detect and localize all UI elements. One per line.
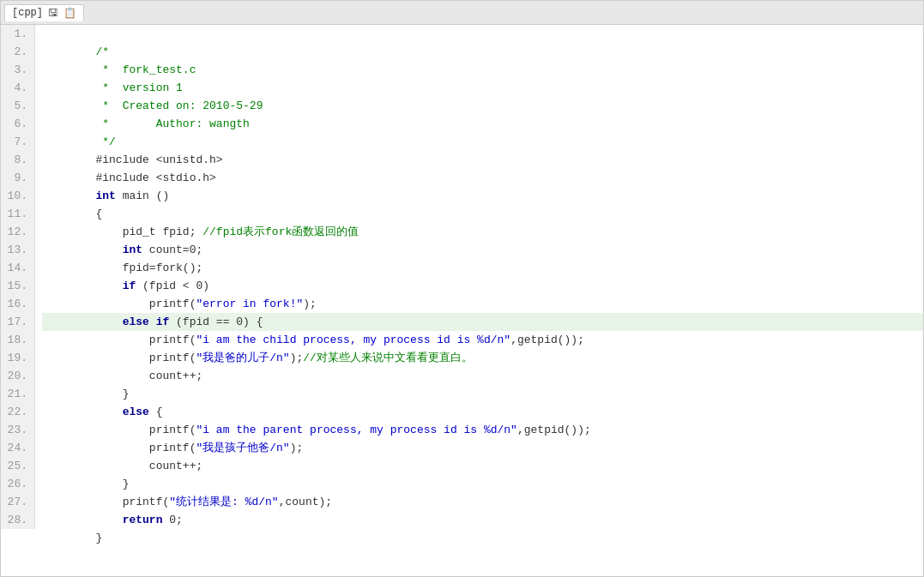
ln-27: 27. [1, 493, 34, 511]
ln-22: 22. [1, 403, 34, 421]
ln-5: 5. [1, 97, 34, 115]
ln-16: 16. [1, 295, 34, 313]
ln-24: 24. [1, 439, 34, 457]
ln-4: 4. [1, 79, 34, 97]
ln-19: 19. [1, 349, 34, 367]
ln-26: 26. [1, 475, 34, 493]
copy-icon[interactable]: 📋 [63, 7, 76, 20]
editor-container: [cpp] 🖫 📋 1. 2. 3. 4. 5. 6. 7. 8. 9. 10.… [0, 0, 924, 577]
code-line-21: else { [42, 385, 923, 403]
code-area: 1. 2. 3. 4. 5. 6. 7. 8. 9. 10. 11. 12. 1… [1, 25, 923, 529]
code-line-26: printf("统计结果是: %d/n",count); [42, 475, 923, 493]
ln-13: 13. [1, 241, 34, 259]
ln-25: 25. [1, 457, 34, 475]
code-line-7: #include <unistd.h> [42, 133, 923, 151]
code-line-10: { [42, 187, 923, 205]
code-line-22: printf("i am the parent process, my proc… [42, 403, 923, 421]
ln-9: 9. [1, 169, 34, 187]
line-numbers: 1. 2. 3. 4. 5. 6. 7. 8. 9. 10. 11. 12. 1… [1, 25, 35, 529]
tab-bar: [cpp] 🖫 📋 [1, 1, 923, 25]
ln-7: 7. [1, 133, 34, 151]
ln-8: 8. [1, 151, 34, 169]
code-line-1: /* [42, 25, 923, 43]
code-content[interactable]: /* * fork_test.c * version 1 * Created o… [35, 25, 923, 529]
ln-17: 17. [1, 313, 34, 331]
ln-15: 15. [1, 277, 34, 295]
ln-12: 12. [1, 223, 34, 241]
save-icon[interactable]: 🖫 [48, 7, 58, 20]
ln-2: 2. [1, 43, 34, 61]
tab-label: [cpp] [12, 7, 43, 19]
ln-3: 3. [1, 61, 34, 79]
ln-21: 21. [1, 385, 34, 403]
ln-23: 23. [1, 421, 34, 439]
code-line-11: pid_t fpid; //fpid表示fork函数返回的值 [42, 205, 923, 223]
ln-20: 20. [1, 367, 34, 385]
code-line-2: * fork_test.c [42, 43, 923, 61]
ln-11: 11. [1, 205, 34, 223]
ln-14: 14. [1, 259, 34, 277]
ln-10: 10. [1, 187, 34, 205]
ln-1: 1. [1, 25, 34, 43]
file-tab[interactable]: [cpp] 🖫 📋 [4, 4, 84, 21]
ln-18: 18. [1, 331, 34, 349]
ln-28: 28. [1, 511, 34, 529]
ln-6: 6. [1, 115, 34, 133]
